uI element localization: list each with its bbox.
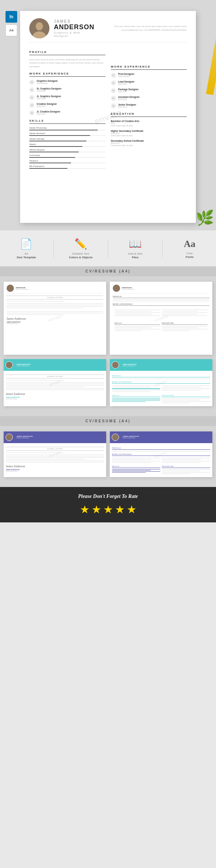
feature-fonts-label-bottom: Fonts bbox=[186, 255, 194, 259]
mini-resume-teal: JAMES ANDERSON Graphics & Web Designer e… bbox=[110, 359, 212, 406]
work-item-right: 01 Print Designer 2019-Present bbox=[111, 73, 187, 78]
mini-cover-label-1: COVER LETTER bbox=[7, 296, 103, 300]
skill-name: Affinity designer bbox=[29, 149, 105, 151]
work-title: Sr. Graphics Designer bbox=[37, 87, 62, 90]
work-title: Creative Designer bbox=[37, 103, 57, 105]
skill-item: Adobe Photoshop bbox=[29, 127, 105, 130]
mini-purple-header-1: JAMES ANDERSON Graphics & Web Designer bbox=[4, 431, 106, 443]
work-title-right: Lead Designer bbox=[118, 80, 135, 83]
mini-cover-label-teal: COVER LETTER bbox=[6, 374, 104, 378]
mini-line bbox=[162, 329, 208, 330]
work-period: 2012-2014 bbox=[37, 105, 57, 107]
mini-teal-sub-2: Graphics & Web Designer bbox=[123, 365, 137, 367]
edu-item: Secondary School Certificate 2013-2016 L… bbox=[111, 140, 187, 146]
mini-purple-edu-label: EDUCATION bbox=[162, 465, 210, 468]
skill-fill bbox=[29, 141, 86, 141]
work-item-right: 03 Package Designer 2014-2016 bbox=[111, 88, 187, 93]
mini-line bbox=[162, 326, 208, 327]
mini-teal-work-col-1 bbox=[112, 385, 160, 393]
mini-line bbox=[162, 403, 191, 403]
mini-teal-work-cols bbox=[112, 385, 210, 393]
mini-line bbox=[162, 459, 201, 460]
mini-line bbox=[162, 462, 201, 463]
mini-line bbox=[112, 387, 151, 388]
main-preview-section: In A4 envato JAMES ANDERSON Graphics & W… bbox=[0, 0, 216, 230]
work-num-circle-right: 03 bbox=[111, 88, 116, 93]
mini-skills-label: SKILLS bbox=[115, 322, 160, 325]
work-num-circle: 03 bbox=[29, 95, 34, 100]
mini-teal-profile: PROFILE bbox=[112, 375, 210, 377]
mini-line bbox=[7, 311, 103, 312]
work-num-circle-right: 05 bbox=[111, 103, 116, 108]
svg-point-1 bbox=[36, 22, 43, 30]
mini-line bbox=[162, 390, 201, 391]
mini-cover-white-content: envato ANDERSON Graphics & Web Designer … bbox=[4, 282, 106, 355]
first-name: JAMES bbox=[54, 19, 94, 23]
mini-line bbox=[162, 327, 198, 328]
mini-line bbox=[162, 388, 210, 389]
skill-fill bbox=[29, 168, 67, 169]
a4-badge: A4 bbox=[5, 24, 17, 36]
mini-line bbox=[112, 451, 210, 452]
skill-fill bbox=[29, 146, 82, 147]
mini-work-col-2 bbox=[162, 309, 208, 317]
mini-signature-teal: James Anderson bbox=[6, 392, 104, 396]
preview-row-1: envato ANDERSON Graphics & Web Designer … bbox=[4, 282, 212, 355]
edu-detail: Lorem ipsum dolor sit amet bbox=[111, 144, 187, 146]
mini-title-1: Graphics & Web Designer bbox=[16, 289, 29, 290]
pencil-decoration bbox=[206, 22, 216, 95]
work-num-circle: 05 bbox=[29, 110, 34, 115]
mini-purple-header-2: JAMES ANDERSON Graphics & Web Designer bbox=[110, 431, 212, 443]
feature-a4-label-bottom: Size Template bbox=[17, 256, 36, 259]
feature-a4-label-top: A4 bbox=[25, 252, 28, 256]
cv-label-bar: CV/RESUME (A4) bbox=[0, 266, 216, 276]
feature-fonts: Aa Free Fonts bbox=[171, 239, 208, 259]
mini-line bbox=[162, 469, 210, 470]
skill-fill bbox=[29, 163, 71, 163]
mini-line bbox=[162, 309, 208, 310]
mini-teal-skills-edu: SKILLS EDUCATION bbox=[112, 393, 210, 404]
work-title: Jr. Creative Designer bbox=[37, 110, 60, 113]
work-period: 2010-2012 bbox=[37, 113, 60, 115]
work-details: Graphics Designer 2019-Present bbox=[37, 80, 58, 84]
mini-line bbox=[112, 385, 160, 386]
mini-line bbox=[6, 459, 84, 460]
mini-line bbox=[7, 305, 103, 305]
mini-skills-col: SKILLS bbox=[115, 320, 160, 332]
skill-bar bbox=[29, 130, 105, 130]
skill-name: Sketch bbox=[29, 143, 105, 145]
mini-subtitle-1: Graphics/Web Designer bbox=[7, 323, 103, 324]
feature-fonts-label-top: Free bbox=[187, 252, 193, 255]
work-details-right: Junior Designer 2010-2012 bbox=[118, 103, 136, 108]
education-title: EDUCATION bbox=[111, 112, 187, 117]
mini-line bbox=[162, 400, 201, 400]
divider-2 bbox=[108, 239, 108, 258]
work-experience-right-list: 01 Print Designer 2019-Present 02 Lead D… bbox=[111, 73, 187, 108]
profile-section-title: PROFILE bbox=[29, 50, 105, 55]
work-details: Jr. Graphics Designer 2014-2016 bbox=[37, 95, 61, 100]
mini-avatar-teal-1 bbox=[5, 361, 13, 369]
mini-line bbox=[6, 457, 104, 458]
skill-fill bbox=[29, 130, 98, 130]
mini-line bbox=[162, 387, 201, 388]
mini-purple-body-1: envato COVER LETTER James Anderson JAMES… bbox=[4, 443, 106, 474]
a4-icon: 📄 bbox=[20, 238, 33, 250]
mini-skills-edu: SKILLS EDUCATION bbox=[113, 319, 209, 334]
edu-degree: Bachelor of Creative Arts bbox=[111, 120, 187, 122]
mini-teal-edu-col: EDUCATION bbox=[162, 393, 210, 404]
star-1: ★ bbox=[80, 503, 90, 516]
skill-fill bbox=[29, 157, 75, 158]
mini-line bbox=[115, 326, 160, 327]
features-strip: 📄 A4 Size Template ✏️ Editable Text Colo… bbox=[0, 230, 216, 266]
work-title-right: Print Designer bbox=[118, 73, 134, 75]
work-details-right: Lead Designer 2016-2019 bbox=[118, 80, 135, 85]
mini-cover-teal: JAMES ANDERSON Graphics & Web Designer e… bbox=[4, 359, 106, 406]
skill-bar bbox=[29, 146, 105, 147]
preview-section-purple: JAMES ANDERSON Graphics & Web Designer e… bbox=[0, 426, 216, 487]
mini-line bbox=[6, 388, 104, 389]
mini-line bbox=[7, 308, 84, 308]
profile-text: Lorem ipsum dolor sit amet, consectetur … bbox=[29, 58, 105, 68]
mini-line bbox=[162, 473, 191, 474]
work-period-right: 2010-2012 bbox=[118, 106, 136, 108]
feature-editable-label-bottom: Colors & Objects bbox=[69, 256, 93, 259]
